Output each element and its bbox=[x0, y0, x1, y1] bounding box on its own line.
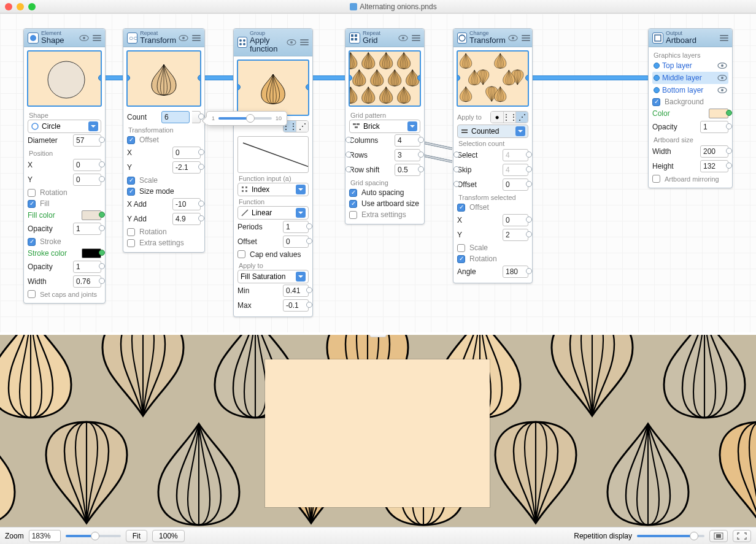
stroke-opacity-input[interactable] bbox=[73, 261, 101, 273]
close-icon[interactable] bbox=[5, 3, 12, 10]
node-change-transform[interactable]: ChangeTransform Apply to●⋮⋮⋰ Counted Sel… bbox=[453, 28, 533, 283]
min-input[interactable] bbox=[283, 285, 309, 297]
zoom-slider[interactable] bbox=[66, 535, 121, 537]
node-apply-function[interactable]: GroupApply function ⋮⋮⋰ Function input (… bbox=[233, 28, 313, 317]
periods-input[interactable] bbox=[283, 221, 309, 233]
fn-offset-input[interactable] bbox=[283, 236, 309, 248]
eye-icon[interactable] bbox=[79, 35, 89, 41]
fit-button[interactable]: Fit bbox=[126, 530, 147, 542]
columns-input[interactable] bbox=[395, 134, 420, 147]
t2-offset-checkbox[interactable] bbox=[457, 204, 465, 212]
eye-icon[interactable] bbox=[508, 35, 518, 41]
zoom-input[interactable] bbox=[29, 530, 61, 542]
angle-input[interactable] bbox=[503, 266, 528, 278]
svg-rect-17 bbox=[355, 34, 357, 37]
stroke-checkbox[interactable] bbox=[28, 238, 36, 246]
minimize-icon[interactable] bbox=[17, 3, 24, 10]
grid-preview bbox=[349, 50, 421, 107]
slider-knob[interactable] bbox=[246, 114, 255, 123]
cap-checkbox[interactable] bbox=[237, 250, 245, 258]
svg-rect-21 bbox=[357, 123, 360, 125]
function-select[interactable]: Linear bbox=[237, 206, 309, 220]
t2-scale-checkbox[interactable] bbox=[457, 244, 465, 252]
auto-spacing-checkbox[interactable] bbox=[349, 189, 357, 197]
node-repeat-transform[interactable]: ○○○ RepeatTransform Count Transformation… bbox=[123, 28, 205, 253]
fullscreen-button[interactable] bbox=[733, 530, 751, 542]
diameter-input[interactable] bbox=[73, 134, 101, 147]
status-bar: Zoom Fit 100% Repetition display bbox=[0, 527, 756, 544]
bg-opacity-input[interactable] bbox=[700, 121, 728, 133]
repetition-slider[interactable] bbox=[637, 535, 704, 537]
eye-icon[interactable] bbox=[717, 63, 727, 69]
use-artboard-checkbox[interactable] bbox=[349, 200, 357, 208]
hundred-button[interactable]: 100% bbox=[152, 530, 185, 542]
scale-checkbox[interactable] bbox=[127, 177, 135, 185]
svg-line-10 bbox=[243, 143, 308, 167]
menu-icon[interactable] bbox=[522, 35, 530, 41]
output-preview[interactable] bbox=[0, 335, 756, 527]
node-canvas[interactable]: ElementShape Shape Circle Diameter Posit… bbox=[0, 13, 756, 332]
maximize-icon[interactable] bbox=[28, 3, 36, 10]
fill-opacity-input[interactable] bbox=[73, 223, 101, 235]
mirror-checkbox[interactable] bbox=[652, 175, 660, 183]
rotation-checkbox[interactable] bbox=[127, 228, 135, 236]
rowshift-input[interactable] bbox=[395, 164, 420, 176]
menu-icon[interactable] bbox=[720, 35, 728, 41]
t2-y-input[interactable] bbox=[503, 229, 528, 241]
yadd-input[interactable] bbox=[172, 213, 201, 225]
sizemode-checkbox[interactable] bbox=[127, 188, 135, 196]
max-input[interactable] bbox=[283, 299, 309, 312]
menu-icon[interactable] bbox=[93, 35, 101, 41]
art-height-input[interactable] bbox=[700, 160, 728, 172]
eye-icon[interactable] bbox=[717, 87, 727, 93]
node-artboard[interactable]: OutputArtboard Graphics layers Top layer… bbox=[648, 28, 733, 188]
x-input[interactable] bbox=[73, 159, 101, 171]
eye-icon[interactable] bbox=[398, 35, 408, 41]
layer-item[interactable]: Top layer bbox=[652, 59, 728, 72]
artboard-outline bbox=[265, 359, 490, 507]
eye-icon[interactable] bbox=[287, 39, 296, 45]
background-checkbox[interactable] bbox=[652, 98, 660, 106]
layer-item[interactable]: Middle layer bbox=[652, 72, 728, 84]
change-icon bbox=[457, 33, 467, 44]
t1-x-input[interactable] bbox=[172, 147, 201, 159]
t2-x-input[interactable] bbox=[503, 214, 528, 226]
svg-rect-12 bbox=[245, 186, 247, 188]
rotation-checkbox[interactable] bbox=[28, 189, 36, 197]
svg-rect-11 bbox=[242, 186, 244, 188]
shape-select[interactable]: Circle bbox=[28, 120, 101, 133]
stroke-width-input[interactable] bbox=[73, 275, 101, 288]
extra-checkbox[interactable] bbox=[127, 239, 135, 247]
eye-icon[interactable] bbox=[717, 75, 727, 81]
t2-rotation-checkbox[interactable] bbox=[457, 255, 465, 263]
y-input[interactable] bbox=[73, 174, 101, 186]
menu-icon[interactable] bbox=[300, 39, 309, 45]
fill-checkbox[interactable] bbox=[28, 200, 36, 208]
grid-extra-checkbox[interactable] bbox=[349, 211, 357, 219]
art-width-input[interactable] bbox=[700, 145, 728, 158]
eye-icon[interactable] bbox=[179, 35, 188, 41]
count-slider-popover[interactable]: 1 10 bbox=[206, 111, 287, 126]
svg-point-3 bbox=[48, 61, 85, 98]
rows-input[interactable] bbox=[395, 149, 420, 161]
mode-select[interactable]: Counted bbox=[457, 125, 528, 138]
applyto-select[interactable]: Fill Saturation bbox=[237, 270, 309, 283]
xadd-input[interactable] bbox=[172, 198, 201, 210]
pattern-select[interactable]: Brick bbox=[349, 120, 420, 133]
t2-offset-input[interactable] bbox=[503, 178, 528, 191]
funcinput-select[interactable]: Index bbox=[237, 183, 309, 196]
view-mode-button[interactable] bbox=[709, 530, 728, 542]
applyto-segment[interactable]: ●⋮⋮⋰ bbox=[490, 111, 528, 123]
resize-handle[interactable] bbox=[369, 335, 387, 337]
count-input[interactable] bbox=[161, 111, 190, 123]
menu-icon[interactable] bbox=[412, 35, 420, 41]
caps-checkbox[interactable] bbox=[28, 290, 36, 298]
node-grid[interactable]: RepeatGrid Grid pattern Brick Columns Ro… bbox=[345, 28, 425, 224]
t1-y-input[interactable] bbox=[172, 161, 201, 174]
node-shape[interactable]: ElementShape Shape Circle Diameter Posit… bbox=[23, 28, 106, 304]
repeat-icon: ○○○ bbox=[127, 33, 137, 44]
menu-icon[interactable] bbox=[192, 35, 201, 41]
offset-checkbox[interactable] bbox=[127, 136, 135, 144]
svg-rect-25 bbox=[461, 132, 468, 133]
layer-item[interactable]: Bottom layer bbox=[652, 84, 728, 96]
